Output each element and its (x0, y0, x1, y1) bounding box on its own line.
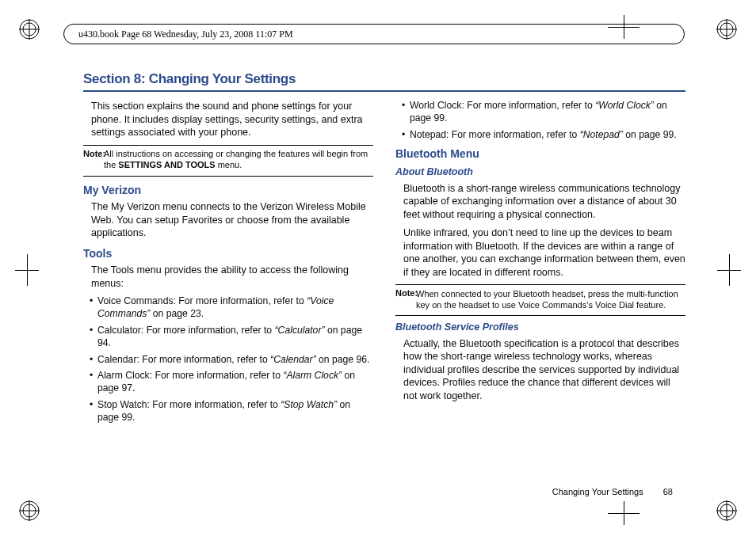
heading-about-bluetooth: About Bluetooth (395, 165, 685, 179)
list-item: Alarm Clock: For more information, refer… (90, 370, 373, 395)
heading-my-verizon: My Verizon (83, 183, 373, 197)
section-title: Section 8: Changing Your Settings (83, 71, 685, 87)
bt-profiles-body: Actually, the Bluetooth specification is… (395, 337, 685, 403)
print-header-stamp: u430.book Page 68 Wednesday, July 23, 20… (63, 24, 685, 44)
registration-mark-icon (19, 500, 40, 521)
crop-mark-icon (713, 254, 745, 286)
note-rule (395, 315, 685, 316)
note-text: When connected to your Bluetooth headset… (395, 289, 685, 311)
column-right: World Clock: For more information, refer… (395, 100, 685, 428)
note-text: menu. (216, 160, 242, 169)
note-label: Note: (395, 288, 418, 298)
list-item: Voice Commands: For more information, re… (90, 295, 373, 321)
heading-tools: Tools (83, 246, 373, 260)
about-bluetooth-p1: Bluetooth is a short-range wireless comm… (395, 182, 685, 222)
note-settings-menu: Note: All instructions on accessing or c… (83, 149, 373, 171)
registration-mark-icon (716, 19, 737, 40)
tools-intro: The Tools menu provides the ability to a… (83, 264, 373, 290)
registration-mark-icon (19, 19, 40, 40)
note-label: Note: (83, 149, 105, 158)
heading-bluetooth-menu: Bluetooth Menu (395, 146, 685, 161)
note-rule (395, 284, 685, 285)
crop-mark-icon (608, 497, 640, 529)
list-item: Notepad: For more information, refer to … (402, 129, 685, 142)
note-bluetooth-headset: Note: When connected to your Bluetooth h… (395, 288, 685, 310)
column-left: This section explains the sound and phon… (83, 100, 373, 428)
intro-paragraph: This section explains the sound and phon… (83, 100, 373, 139)
list-item: World Clock: For more information, refer… (402, 100, 685, 125)
note-rule (83, 145, 373, 146)
registration-mark-icon (716, 500, 737, 521)
section-rule (83, 90, 685, 92)
about-bluetooth-p2: Unlike infrared, you don’t need to line … (395, 226, 685, 279)
crop-mark-icon (11, 254, 43, 286)
tools-list: Voice Commands: For more information, re… (83, 295, 373, 424)
list-item: Calculator: For more information, refer … (90, 325, 373, 350)
my-verizon-body: The My Verizon menu connects to the Veri… (83, 200, 373, 240)
page-footer: Changing Your Settings 68 (552, 487, 673, 496)
note-strong: SETTINGS AND TOOLS (118, 160, 215, 169)
document-page: u430.book Page 68 Wednesday, July 23, 20… (0, 0, 756, 540)
note-rule (83, 176, 373, 177)
list-item: Calendar: For more information, refer to… (90, 354, 373, 367)
tools-list-cont: World Clock: For more information, refer… (395, 100, 685, 142)
heading-bt-service-profiles: Bluetooth Service Profiles (395, 321, 685, 334)
list-item: Stop Watch: For more information, refer … (90, 399, 373, 424)
page-number: 68 (663, 487, 673, 496)
page-content: Section 8: Changing Your Settings This s… (83, 71, 685, 428)
footer-label: Changing Your Settings (552, 487, 643, 496)
